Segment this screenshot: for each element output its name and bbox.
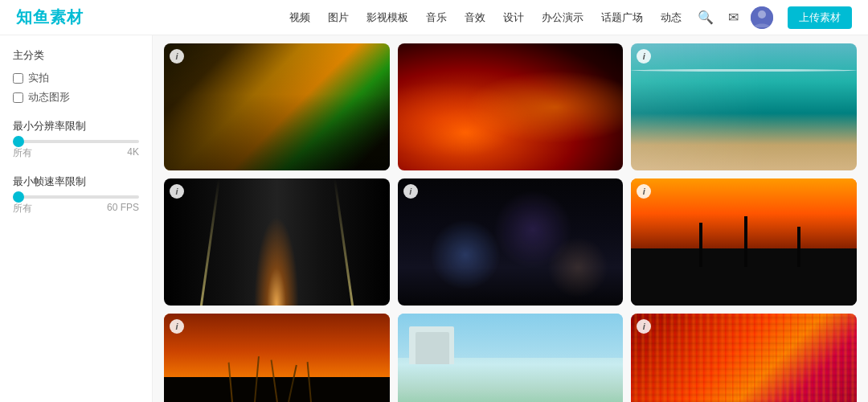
content-area: i i i i [153, 35, 868, 402]
nav-image[interactable]: 图片 [328, 10, 349, 25]
card-6-tower3 [797, 227, 800, 268]
main-layout: 主分类 实拍 动态图形 最小分辨率限制 所有 4K [0, 35, 868, 402]
video-card-5[interactable]: i [398, 178, 624, 306]
card-3-wave [631, 69, 857, 72]
info-icon-9[interactable]: i [637, 319, 651, 334]
video-card-3[interactable]: i [631, 43, 857, 170]
checkbox-real-shot-label: 实拍 [28, 71, 49, 85]
upload-button[interactable]: 上传素材 [788, 6, 852, 29]
fps-filter: 最小帧速率限制 所有 60 FPS [13, 174, 139, 215]
card-1-scene [164, 94, 390, 170]
fps-slider[interactable] [13, 195, 139, 199]
resolution-max-label: 4K [127, 146, 139, 160]
fps-max-label: 60 FPS [107, 202, 139, 215]
video-card-6[interactable]: i [631, 178, 857, 306]
card-5-dots [398, 178, 624, 306]
video-card-1[interactable]: i [164, 43, 390, 170]
resolution-filter-values: 所有 4K [13, 146, 139, 160]
message-icon[interactable]: ✉ [723, 8, 743, 27]
checkbox-real-shot-input[interactable] [13, 73, 23, 84]
category-section-title: 主分类 [13, 48, 139, 63]
main-nav: 视频 图片 影视模板 音乐 音效 设计 办公演示 话题广场 动态 [289, 10, 682, 25]
resolution-min-label: 所有 [13, 146, 32, 160]
header-icons: 🔍 ✉ 上传素材 [696, 6, 852, 29]
sidebar: 主分类 实拍 动态图形 最小分辨率限制 所有 4K [0, 35, 153, 402]
search-icon[interactable]: 🔍 [696, 8, 715, 27]
video-card-8[interactable] [398, 314, 624, 402]
nav-film-template[interactable]: 影视模板 [366, 10, 408, 25]
info-icon-5[interactable]: i [403, 184, 418, 199]
info-icon-7[interactable]: i [170, 319, 184, 334]
card-4-light [254, 216, 299, 306]
checkbox-real-shot[interactable]: 实拍 [13, 71, 139, 85]
video-card-7[interactable]: i [164, 314, 390, 402]
info-icon-4[interactable]: i [170, 184, 184, 199]
nav-video[interactable]: 视频 [289, 10, 310, 25]
resolution-slider-thumb[interactable] [13, 136, 24, 147]
nav-topic[interactable]: 话题广场 [601, 10, 643, 25]
nav-sfx[interactable]: 音效 [465, 10, 485, 25]
avatar[interactable] [751, 6, 773, 29]
video-card-9[interactable]: i [631, 314, 857, 402]
card-7-grass [164, 351, 390, 402]
card-4-line-left [200, 178, 220, 306]
resolution-filter: 最小分辨率限制 所有 4K [13, 119, 139, 160]
nav-music[interactable]: 音乐 [426, 10, 447, 25]
fps-slider-track [13, 195, 139, 199]
card-8-bldg2 [416, 332, 449, 363]
resolution-slider-track [13, 140, 139, 143]
resolution-filter-title: 最小分辨率限制 [13, 119, 139, 133]
video-card-2[interactable] [398, 43, 624, 170]
card-3-overlay [631, 43, 857, 170]
card-6-tower1 [699, 223, 702, 267]
resolution-slider-row [13, 140, 139, 143]
video-card-4[interactable]: i [164, 178, 390, 306]
fps-filter-title: 最小帧速率限制 [13, 174, 139, 189]
header: 知鱼素材 视频 图片 影视模板 音乐 音效 设计 办公演示 话题广场 动态 🔍 … [0, 0, 868, 35]
nav-dynamic[interactable]: 动态 [661, 10, 682, 25]
fps-min-label: 所有 [13, 202, 32, 215]
nav-office[interactable]: 办公演示 [542, 10, 583, 25]
card-6-tower2 [744, 216, 747, 267]
fps-slider-thumb[interactable] [13, 191, 24, 203]
video-grid: i i i i [164, 43, 857, 402]
resolution-slider[interactable] [13, 140, 139, 143]
fps-slider-row [13, 195, 139, 199]
logo[interactable]: 知鱼素材 [16, 6, 84, 28]
card-9-reflection [631, 314, 857, 402]
checkbox-motion-graphic[interactable]: 动态图形 [13, 90, 139, 105]
nav-design[interactable]: 设计 [503, 10, 524, 25]
fps-filter-values: 所有 60 FPS [13, 202, 139, 215]
info-icon-1[interactable]: i [170, 49, 184, 64]
svg-point-1 [758, 10, 766, 18]
card-4-line-right [333, 178, 353, 306]
checkbox-motion-graphic-label: 动态图形 [28, 90, 70, 105]
card-2-overlay [398, 43, 624, 170]
checkbox-motion-graphic-input[interactable] [13, 92, 23, 103]
